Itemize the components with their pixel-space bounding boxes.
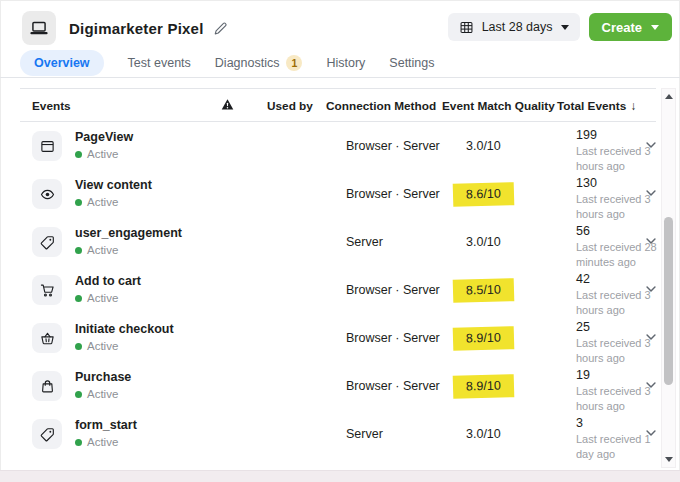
chevron-down-icon[interactable] — [644, 138, 658, 152]
active-dot-icon — [75, 439, 82, 446]
sort-descending-icon: ↓ — [630, 99, 636, 113]
eye-icon — [32, 179, 62, 209]
window-icon — [32, 131, 62, 161]
cart-icon — [32, 275, 62, 305]
status-label: Active — [87, 436, 118, 448]
table-row[interactable]: user_engagement Active Server 3.0/10 56 … — [20, 218, 656, 266]
tab-bar: Overview Test events Diagnostics 1 Histo… — [20, 49, 435, 77]
status-badge: Active — [75, 292, 141, 304]
vertical-scrollbar[interactable] — [661, 88, 676, 468]
table-row[interactable]: Purchase Active Browser · Server 8.9/10 … — [20, 362, 656, 410]
tab-diagnostics[interactable]: Diagnostics 1 — [215, 49, 303, 77]
event-match-quality-cell: 8.6/10 — [466, 170, 514, 218]
status-label: Active — [87, 292, 118, 304]
active-dot-icon — [75, 391, 82, 398]
status-badge: Active — [75, 388, 131, 400]
active-dot-icon — [75, 295, 82, 302]
connection-method-value: Browser · Server — [346, 170, 440, 218]
status-badge: Active — [75, 196, 152, 208]
chevron-down-icon[interactable] — [644, 234, 658, 248]
event-name-block: Add to cart Active — [75, 274, 141, 304]
pixel-avatar — [22, 11, 56, 45]
status-label: Active — [87, 340, 118, 352]
bag-icon — [32, 371, 62, 401]
chevron-down-icon — [651, 25, 659, 30]
event-name-block: View content Active — [75, 178, 152, 208]
event-name: form_start — [75, 418, 137, 432]
table-body: PageView Active Browser · Server 3.0/10 … — [20, 122, 656, 458]
events-table: Events Used by Connection Method Event M… — [20, 88, 656, 458]
chevron-down-icon[interactable] — [644, 330, 658, 344]
table-row[interactable]: View content Active Browser · Server 8.6… — [20, 170, 656, 218]
connection-method-value: Browser · Server — [346, 314, 440, 362]
column-header-events[interactable]: Events — [32, 99, 71, 113]
status-badge: Active — [75, 436, 137, 448]
page-background-strip — [0, 470, 680, 482]
connection-method-value: Browser · Server — [346, 266, 440, 314]
tab-settings[interactable]: Settings — [389, 50, 434, 76]
app-header: Digimarketer Pixel — [22, 9, 228, 47]
tab-bar-divider — [0, 77, 680, 78]
scroll-up-icon[interactable] — [665, 94, 673, 99]
scrollbar-thumb[interactable] — [664, 217, 673, 385]
event-name-block: Initiate checkout Active — [75, 322, 174, 352]
scroll-down-icon[interactable] — [665, 457, 673, 462]
chevron-down-icon[interactable] — [644, 378, 658, 392]
event-match-quality-value: 8.6/10 — [453, 182, 514, 207]
tab-test-events[interactable]: Test events — [128, 50, 191, 76]
warning-icon[interactable] — [221, 98, 234, 111]
event-name-block: form_start Active — [75, 418, 137, 448]
calendar-icon — [459, 20, 474, 35]
basket-icon — [32, 323, 62, 353]
tab-label: Settings — [389, 56, 434, 70]
chevron-down-icon[interactable] — [644, 282, 658, 296]
table-row[interactable]: Add to cart Active Browser · Server 8.5/… — [20, 266, 656, 314]
event-name: Add to cart — [75, 274, 141, 288]
event-name-block: PageView Active — [75, 130, 133, 160]
create-label: Create — [602, 20, 642, 35]
column-header-used-by[interactable]: Used by — [267, 99, 313, 113]
status-label: Active — [87, 244, 118, 256]
date-range-label: Last 28 days — [482, 20, 553, 34]
event-name: Purchase — [75, 370, 131, 384]
event-name: user_engagement — [75, 226, 182, 240]
event-name: Initiate checkout — [75, 322, 174, 336]
edit-pencil-icon[interactable] — [213, 21, 228, 36]
event-match-quality-cell: 8.9/10 — [466, 362, 514, 410]
event-match-quality-cell: 3.0/10 — [466, 122, 501, 170]
table-row[interactable]: form_start Active Server 3.0/10 3 Last r… — [20, 410, 656, 458]
event-match-quality-cell: 8.5/10 — [466, 266, 514, 314]
column-header-connection-method[interactable]: Connection Method — [326, 99, 436, 113]
connection-method-value: Server — [346, 410, 383, 458]
column-header-total-events[interactable]: Total Events ↓ — [557, 99, 636, 113]
column-header-event-match-quality[interactable]: Event Match Quality — [442, 99, 555, 113]
event-name: PageView — [75, 130, 133, 144]
page-title: Digimarketer Pixel — [69, 20, 204, 37]
event-match-quality-value: 8.9/10 — [453, 326, 514, 351]
connection-method-value: Browser · Server — [346, 122, 440, 170]
event-match-quality-cell: 3.0/10 — [466, 410, 501, 458]
table-row[interactable]: PageView Active Browser · Server 3.0/10 … — [20, 122, 656, 170]
tab-overview[interactable]: Overview — [20, 50, 104, 76]
table-row[interactable]: Initiate checkout Active Browser · Serve… — [20, 314, 656, 362]
tab-label: Test events — [128, 56, 191, 70]
status-label: Active — [87, 388, 118, 400]
tab-label: Overview — [34, 56, 90, 70]
status-label: Active — [87, 148, 118, 160]
chevron-down-icon[interactable] — [644, 186, 658, 200]
total-events-label: Total Events — [557, 99, 626, 113]
event-match-quality-cell: 3.0/10 — [466, 218, 501, 266]
event-match-quality-value: 3.0/10 — [466, 139, 501, 153]
tab-history[interactable]: History — [326, 50, 365, 76]
status-badge: Active — [75, 244, 182, 256]
create-button[interactable]: Create — [589, 13, 672, 41]
connection-method-value: Server — [346, 218, 383, 266]
tag-icon — [32, 419, 62, 449]
event-name-block: user_engagement Active — [75, 226, 182, 256]
chevron-down-icon[interactable] — [644, 426, 658, 440]
status-label: Active — [87, 196, 118, 208]
date-range-button[interactable]: Last 28 days — [448, 13, 580, 41]
active-dot-icon — [75, 247, 82, 254]
event-name-block: Purchase Active — [75, 370, 131, 400]
connection-method-value: Browser · Server — [346, 362, 440, 410]
